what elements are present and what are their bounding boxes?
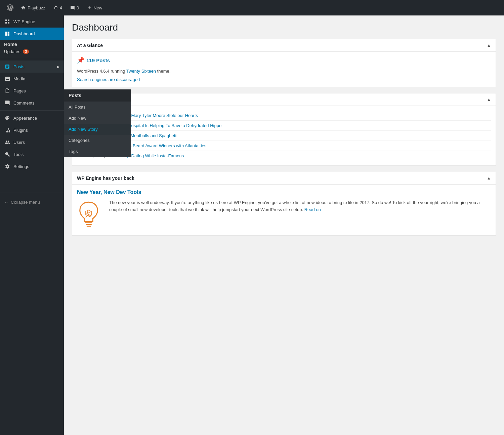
site-name: Playbuzz	[28, 5, 45, 10]
sidebar-settings-label: Settings	[13, 164, 29, 169]
lightbulb-icon	[77, 199, 104, 231]
posts-icon	[4, 63, 11, 70]
comments-count: 0	[77, 5, 79, 10]
submenu-add-new-story[interactable]: Add New Story	[64, 124, 131, 135]
submenu-header: Posts	[64, 89, 131, 102]
updates-count: 4	[60, 5, 62, 10]
activity-item-1: Mar 14th, 3:55 pm This Hospital Is Helpi…	[77, 121, 491, 131]
svg-rect-3	[8, 22, 9, 24]
submenu-add-new[interactable]: Add New	[64, 113, 131, 124]
activity-item-4: Mar 14th, 3:49 pm Story: Dating While In…	[77, 151, 491, 161]
sidebar-item-comments[interactable]: Comments	[0, 97, 64, 109]
sidebar-item-appearance[interactable]: Appearance	[0, 112, 64, 124]
wp-engine-content: The new year is well underway. If you're…	[77, 199, 491, 231]
pin-icon: 📌	[77, 56, 84, 64]
svg-rect-2	[5, 22, 7, 24]
activity-link-3[interactable]: James Beard Award Winners with Atlanta t…	[119, 143, 206, 148]
dashboard-icon	[4, 30, 11, 37]
main-content: Dashboard At a Glance ▲ 📌 119 Posts Word…	[64, 15, 504, 435]
sidebar-item-media[interactable]: Media	[0, 73, 64, 85]
at-a-glance-title: At a Glance	[77, 43, 103, 48]
sidebar-item-dashboard[interactable]: Dashboard	[0, 28, 64, 40]
sidebar-plugins-label: Plugins	[13, 128, 28, 133]
activity-item-2: Mar 14th, 3:53 pm Spicy Meatballs and Sp…	[77, 131, 491, 141]
svg-rect-0	[5, 19, 7, 21]
submenu-categories[interactable]: Categories	[64, 135, 131, 146]
media-icon	[4, 75, 11, 82]
pages-icon	[4, 87, 11, 94]
wp-engine-header: WP Engine has your back ▲	[72, 172, 496, 185]
sidebar-users-label: Users	[13, 140, 25, 145]
sidebar-posts-label: Posts	[13, 64, 25, 69]
sidebar-item-users[interactable]: Users	[0, 136, 64, 148]
at-a-glance-toggle[interactable]: ▲	[487, 43, 491, 48]
submenu-all-posts[interactable]: All Posts	[64, 102, 131, 113]
updates-item[interactable]: 4	[49, 0, 66, 15]
at-a-glance-widget: At a Glance ▲ 📌 119 Posts WordPress 4.6.…	[72, 39, 496, 87]
at-a-glance-header: At a Glance ▲	[72, 39, 496, 52]
activity-link-1[interactable]: This Hospital Is Helping To Save a Dehyd…	[119, 123, 221, 128]
sidebar-home-label: Home	[4, 42, 17, 47]
wp-logo	[3, 0, 17, 15]
new-label: New	[93, 5, 102, 10]
activity-body: Mar 14th, 3:57 pm Story: Mary Tyler Moor…	[72, 106, 496, 165]
activity-item-3: Mar 14th, 3:51 pm James Beard Award Winn…	[77, 141, 491, 151]
activity-list: Mar 14th, 3:57 pm Story: Mary Tyler Moor…	[77, 111, 491, 161]
wp-engine-article-title[interactable]: New Year, New Dev Tools	[77, 189, 491, 195]
sidebar-tools-label: Tools	[13, 152, 24, 157]
sidebar-item-pages[interactable]: Pages	[0, 85, 64, 97]
theme-link[interactable]: Twenty Sixteen	[126, 69, 156, 74]
wp-engine-toggle[interactable]: ▲	[487, 176, 491, 181]
plugins-icon	[4, 127, 11, 133]
sidebar-appearance-label: Appearance	[13, 116, 37, 121]
sidebar-media-label: Media	[13, 76, 25, 81]
at-a-glance-body: 📌 119 Posts WordPress 4.6.4 running Twen…	[72, 52, 496, 87]
activity-header: Activity ▲	[72, 93, 496, 106]
posts-submenu: Posts All Posts Add New Add New Story Ca…	[64, 89, 131, 157]
wpengine-icon	[4, 18, 11, 25]
comments-icon	[4, 100, 11, 106]
discouraged-text-content: Search engines are disc	[77, 77, 124, 82]
svg-rect-1	[8, 19, 9, 21]
page-title: Dashboard	[72, 22, 496, 33]
sidebar-item-posts[interactable]: Posts ▶	[0, 61, 64, 73]
new-item[interactable]: New	[83, 0, 106, 15]
wp-engine-article-text: The new year is well underway. If you're…	[109, 199, 491, 213]
tools-icon	[4, 151, 11, 158]
read-more-link[interactable]: Read on	[304, 207, 321, 212]
submenu-tags[interactable]: Tags	[64, 146, 131, 157]
sidebar-item-wpengine[interactable]: WP Engine	[0, 15, 64, 28]
users-icon	[4, 139, 11, 146]
appearance-icon	[4, 115, 11, 121]
sidebar-item-plugins[interactable]: Plugins	[0, 124, 64, 136]
sidebar-item-settings[interactable]: Settings	[0, 160, 64, 172]
comments-item[interactable]: 0	[66, 0, 83, 15]
sidebar-item-home[interactable]: Home	[0, 40, 64, 48]
sidebar-dashboard-label: Dashboard	[13, 31, 35, 36]
wp-engine-widget: WP Engine has your back ▲ New Year, New …	[72, 172, 496, 236]
wp-version-prefix: WordPress 4.6.4 running	[77, 69, 126, 74]
activity-widget: Activity ▲ Mar 14th, 3:57 pm Story: Mary…	[72, 93, 496, 166]
activity-item-0: Mar 14th, 3:57 pm Story: Mary Tyler Moor…	[77, 111, 491, 121]
sidebar-wpengine-label: WP Engine	[13, 19, 35, 24]
discouraged-link[interactable]: Search engines are discouraged	[77, 77, 140, 82]
theme-suffix: theme.	[156, 69, 170, 74]
sidebar-pages-label: Pages	[13, 88, 26, 93]
wp-version-text: WordPress 4.6.4 running Twenty Sixteen t…	[77, 68, 491, 75]
svg-point-4	[87, 210, 90, 213]
updates-badge: 3	[23, 49, 29, 54]
collapse-menu-item[interactable]: Collapse menu	[0, 194, 64, 210]
site-name-item[interactable]: Playbuzz	[17, 0, 49, 15]
posts-count-link[interactable]: 119 Posts	[86, 57, 110, 63]
wp-engine-body-outer: New Year, New Dev Tools	[72, 185, 496, 235]
collapse-menu-label: Collapse menu	[11, 200, 40, 205]
sidebar: WP Engine Dashboard Home Updates 3 Posts…	[0, 15, 64, 435]
activity-toggle[interactable]: ▲	[487, 97, 491, 102]
settings-icon	[4, 163, 11, 170]
wp-engine-title: WP Engine has your back	[77, 175, 134, 181]
sidebar-updates-label: Updates	[4, 49, 20, 54]
sidebar-comments-label: Comments	[13, 101, 35, 106]
sidebar-item-updates[interactable]: Updates 3	[0, 48, 64, 57]
sidebar-item-tools[interactable]: Tools	[0, 148, 64, 160]
